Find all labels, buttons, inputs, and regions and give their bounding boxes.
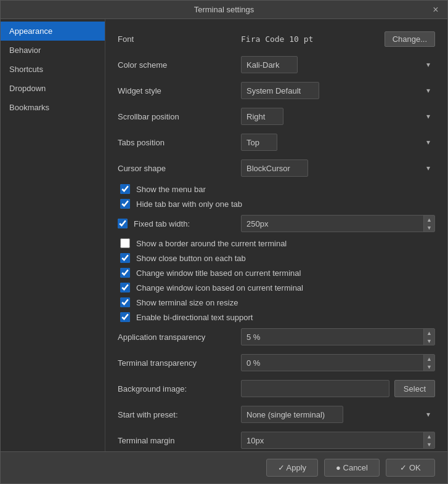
show-terminal-size-label: Show terminal size on resize	[136, 298, 238, 307]
window-title: Terminal settings	[194, 5, 255, 14]
show-close-button-checkbox[interactable]	[120, 253, 130, 263]
enable-bidi-label: Enable bi-directional text support	[136, 313, 253, 322]
app-transparency-up-button[interactable]: ▲	[424, 329, 434, 337]
terminal-transparency-spinbox[interactable]	[241, 354, 435, 371]
cursor-shape-dropdown-wrapper: BlockCursor	[241, 159, 435, 177]
checkbox-hide-tab-bar: Hide tab bar with only one tab	[118, 199, 435, 209]
cursor-shape-row: Cursor shape BlockCursor	[118, 158, 435, 178]
terminal-transparency-label: Terminal transparency	[118, 358, 241, 368]
change-window-icon-label: Change window icon based on current term…	[136, 283, 303, 292]
color-scheme-select[interactable]: Kali-Dark	[241, 56, 298, 73]
color-scheme-label: Color scheme	[118, 60, 241, 70]
show-menu-bar-checkbox[interactable]	[120, 184, 130, 194]
change-window-icon-checkbox[interactable]	[120, 283, 130, 292]
fixed-tab-width-spinbox-wrapper: ▲ ▼	[241, 215, 435, 232]
app-transparency-down-button[interactable]: ▼	[424, 337, 434, 345]
terminal-transparency-down-button[interactable]: ▼	[424, 363, 434, 371]
app-transparency-spinbox-arrows: ▲ ▼	[423, 329, 434, 345]
font-change-button[interactable]: Change...	[385, 31, 435, 47]
terminal-transparency-spinbox-wrapper: ▲ ▼	[241, 354, 435, 371]
terminal-transparency-row: Terminal transparency ▲ ▼	[118, 353, 435, 373]
show-close-button-label: Show close button on each tab	[136, 254, 246, 263]
terminal-margin-label: Terminal margin	[118, 436, 241, 445]
widget-style-select[interactable]: System Default	[241, 82, 319, 99]
sidebar-item-bookmarks[interactable]: Bookmarks	[1, 98, 105, 117]
cancel-button[interactable]: ● Cancel	[324, 459, 380, 477]
tabs-position-select[interactable]: Top	[241, 134, 277, 151]
terminal-margin-spinbox[interactable]	[241, 432, 435, 449]
sidebar-item-shortcuts[interactable]: Shortcuts	[1, 60, 105, 79]
sidebar-item-behavior[interactable]: Behavior	[1, 41, 105, 60]
enable-bidi-checkbox[interactable]	[120, 312, 130, 322]
app-transparency-spinbox-wrapper: ▲ ▼	[241, 328, 435, 345]
start-with-preset-label: Start with preset:	[118, 410, 241, 419]
cursor-shape-label: Cursor shape	[118, 164, 241, 173]
app-transparency-label: Application transparency	[118, 333, 241, 342]
footer: ✓ Apply ● Cancel ✓ OK	[1, 451, 447, 483]
change-window-title-checkbox[interactable]	[120, 268, 130, 278]
app-transparency-spinbox[interactable]	[241, 328, 435, 345]
show-border-checkbox[interactable]	[120, 238, 130, 248]
terminal-transparency-control: ▲ ▼	[241, 354, 435, 371]
app-transparency-row: Application transparency ▲ ▼	[118, 327, 435, 347]
change-window-title-label: Change window title based on current ter…	[136, 268, 301, 278]
app-transparency-control: ▲ ▼	[241, 328, 435, 345]
terminal-margin-row: Terminal margin ▲ ▼	[118, 430, 435, 450]
checkbox-enable-bidi: Enable bi-directional text support	[118, 312, 435, 322]
background-image-control: Select	[241, 380, 435, 397]
widget-style-row: Widget style System Default	[118, 81, 435, 100]
background-image-row: Background image: Select	[118, 379, 435, 398]
show-border-label: Show a border around the current termina…	[136, 239, 287, 248]
tabs-position-label: Tabs position	[118, 138, 241, 147]
checkbox-show-terminal-size: Show terminal size on resize	[118, 297, 435, 307]
background-image-select-button[interactable]: Select	[394, 380, 435, 397]
fixed-tab-width-checkbox[interactable]	[118, 219, 128, 228]
fixed-tab-width-spinbox[interactable]	[241, 215, 435, 232]
scrollbar-position-control: Right	[241, 108, 435, 125]
checkbox-change-window-icon: Change window icon based on current term…	[118, 283, 435, 292]
terminal-settings-window: Terminal settings × Appearance Behavior …	[0, 0, 448, 484]
font-label: Font	[118, 34, 241, 44]
show-menu-bar-label: Show the menu bar	[136, 185, 206, 194]
spinbox-down-button[interactable]: ▼	[424, 224, 434, 232]
close-button[interactable]: ×	[430, 4, 441, 15]
hide-tab-bar-checkbox[interactable]	[120, 199, 130, 209]
tabs-position-dropdown-wrapper: Top	[241, 134, 435, 151]
widget-style-dropdown-wrapper: System Default	[241, 82, 435, 99]
ok-button[interactable]: ✓ OK	[386, 459, 435, 477]
background-image-input[interactable]	[241, 380, 389, 397]
cursor-shape-control: BlockCursor	[241, 159, 435, 177]
terminal-transparency-spinbox-arrows: ▲ ▼	[423, 355, 434, 371]
widget-style-control: System Default	[241, 82, 435, 99]
checkbox-show-close-button: Show close button on each tab	[118, 253, 435, 263]
spinbox-up-button[interactable]: ▲	[424, 216, 434, 224]
terminal-margin-spinbox-arrows: ▲ ▼	[423, 432, 434, 448]
tabs-position-row: Tabs position Top	[118, 132, 435, 152]
tabs-position-control: Top	[241, 134, 435, 151]
main-content: Font Fira Code 10 pt Change... Color sch…	[105, 19, 447, 451]
fixed-tab-width-control: ▲ ▼	[241, 215, 435, 232]
content-area: Appearance Behavior Shortcuts Dropdown B…	[1, 19, 447, 451]
apply-button[interactable]: ✓ Apply	[266, 459, 318, 477]
start-with-preset-row: Start with preset: None (single terminal…	[118, 405, 435, 424]
widget-style-label: Widget style	[118, 86, 241, 95]
show-terminal-size-checkbox[interactable]	[120, 297, 130, 307]
sidebar-item-dropdown[interactable]: Dropdown	[1, 79, 105, 98]
font-value: Fira Code 10 pt	[241, 34, 385, 44]
fixed-tab-width-label: Fixed tab width:	[134, 219, 190, 228]
scrollbar-position-select[interactable]: Right	[241, 108, 283, 125]
terminal-margin-down-button[interactable]: ▼	[424, 440, 434, 448]
checkbox-change-window-title: Change window title based on current ter…	[118, 268, 435, 278]
titlebar: Terminal settings ×	[1, 1, 447, 19]
start-with-preset-control: None (single terminal)	[241, 406, 435, 423]
sidebar-item-appearance[interactable]: Appearance	[1, 22, 105, 41]
scrollbar-position-row: Scrollbar position Right	[118, 107, 435, 126]
color-scheme-dropdown-wrapper: Kali-Dark	[241, 56, 435, 73]
cursor-shape-select[interactable]: BlockCursor	[241, 159, 308, 177]
start-with-preset-dropdown-wrapper: None (single terminal)	[241, 406, 435, 423]
terminal-margin-up-button[interactable]: ▲	[424, 432, 434, 440]
start-with-preset-select[interactable]: None (single terminal)	[241, 406, 343, 423]
scrollbar-position-dropdown-wrapper: Right	[241, 108, 435, 125]
terminal-transparency-up-button[interactable]: ▲	[424, 355, 434, 363]
color-scheme-row: Color scheme Kali-Dark	[118, 55, 435, 75]
